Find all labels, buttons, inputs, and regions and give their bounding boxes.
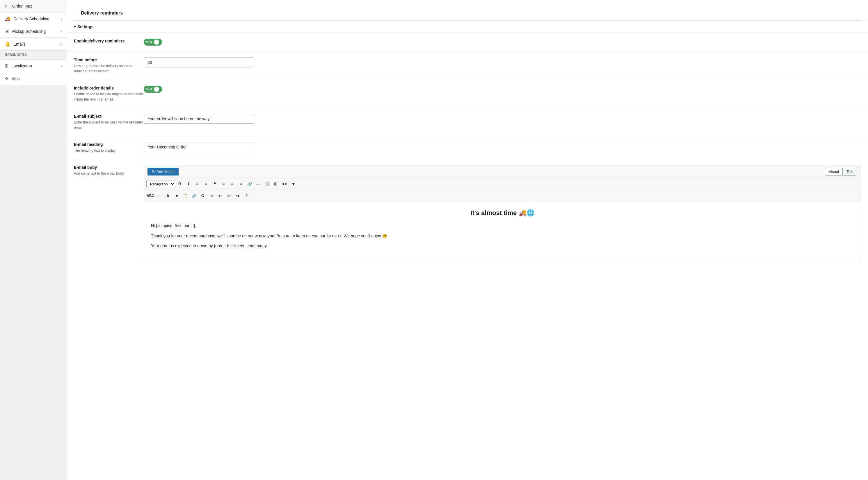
sidebar-item-order-type[interactable]: 🏷 Order Type bbox=[0, 0, 67, 12]
time-before-input[interactable] bbox=[144, 58, 254, 67]
code-button[interactable]: <> bbox=[280, 180, 288, 188]
help-button[interactable]: ? bbox=[242, 192, 250, 200]
hr-button[interactable]: — bbox=[155, 192, 163, 200]
email-subject-desc: Enter the subject to be used for the rem… bbox=[74, 120, 144, 130]
font-color-dropdown-button[interactable]: ▾ bbox=[173, 192, 181, 200]
email-body-control: ⊞ Add Media Visual Text Paragraph Headin… bbox=[144, 165, 861, 260]
toggle-knob bbox=[154, 87, 159, 92]
delivery-icon: 🚚 bbox=[5, 16, 10, 22]
email-body-row: E-mail body Add some text to the email b… bbox=[67, 159, 868, 266]
sidebar-item-misc[interactable]: ✛ Misc bbox=[0, 72, 67, 85]
email-heading-row: E-mail heading The heading text to displ… bbox=[67, 136, 868, 159]
time-before-row: Time before How long before the delivery… bbox=[67, 52, 868, 80]
add-media-button[interactable]: ⊞ Add Media bbox=[148, 168, 179, 175]
chevron-right-icon: › bbox=[61, 17, 62, 21]
tab-text[interactable]: Text bbox=[843, 168, 857, 175]
editor-heading: It's almost time 🚚🌐 bbox=[151, 208, 854, 218]
section-chevron-icon: ▾ bbox=[74, 25, 75, 29]
email-heading-control bbox=[144, 142, 861, 152]
sidebar-item-label: Order Type bbox=[12, 4, 33, 8]
paragraph-select[interactable]: Paragraph Heading 1 Heading 2 bbox=[146, 180, 175, 188]
bold-button[interactable]: B bbox=[176, 180, 184, 188]
unordered-list-button[interactable]: ≡ bbox=[193, 180, 201, 188]
toggle-knob bbox=[154, 39, 159, 45]
chevron-down-icon: ∨ bbox=[59, 42, 62, 46]
email-heading-label-col: E-mail heading The heading text to displ… bbox=[74, 142, 144, 153]
font-color-button[interactable]: A bbox=[164, 192, 172, 200]
email-subject-label-col: E-mail subject Enter the subject to be u… bbox=[74, 114, 144, 130]
italic-button[interactable]: I bbox=[184, 180, 192, 188]
ordered-list-button[interactable]: ≡ bbox=[202, 180, 210, 188]
insert-more-button[interactable]: — bbox=[254, 180, 262, 188]
email-body-desc: Add some text to the email body. bbox=[74, 171, 144, 176]
sidebar: 🏷 Order Type 🚚 Delivery Scheduling › 🖥 P… bbox=[0, 0, 67, 480]
fullscreen-button[interactable]: ⊡ bbox=[263, 180, 271, 188]
include-order-details-control: YES bbox=[144, 86, 861, 93]
sidebar-item-label: Misc bbox=[11, 76, 20, 81]
misc-icon: ✛ bbox=[5, 76, 8, 81]
editor-topbar: ⊞ Add Media Visual Text bbox=[144, 165, 861, 178]
add-media-label: Add Media bbox=[156, 169, 175, 174]
clear-format-button[interactable]: 🔗 bbox=[190, 192, 198, 200]
pickup-icon: 🖥 bbox=[5, 29, 9, 34]
editor-wrapper: ⊞ Add Media Visual Text Paragraph Headin… bbox=[144, 165, 861, 260]
media-icon: ⊞ bbox=[152, 169, 155, 174]
include-order-details-toggle[interactable]: YES bbox=[144, 86, 162, 93]
editor-para-2: Thank you for your recent purchase, we'l… bbox=[151, 233, 854, 239]
include-order-details-label: Include order details bbox=[74, 86, 144, 90]
outdent-button[interactable]: ⇤ bbox=[216, 192, 224, 200]
blockquote-button[interactable]: ❝ bbox=[211, 180, 219, 188]
visual-text-tabs: Visual Text bbox=[825, 168, 857, 175]
undo-button[interactable]: ↩ bbox=[225, 192, 233, 200]
email-heading-desc: The heading text to display bbox=[74, 148, 144, 153]
align-center-button[interactable]: ≡ bbox=[228, 180, 236, 188]
content-area: ▾ Settings Enable delivery reminders YES… bbox=[67, 21, 868, 266]
editor-content[interactable]: It's almost time 🚚🌐 Hi {shipping_first_n… bbox=[144, 202, 861, 260]
localization-icon: ⊞ bbox=[5, 63, 8, 69]
link-button[interactable]: 🔗 bbox=[246, 180, 254, 188]
bell-icon: 🔔 bbox=[5, 41, 10, 47]
reminders-section-label: Reminders bbox=[0, 50, 67, 59]
sidebar-item-delivery-scheduling[interactable]: 🚚 Delivery Scheduling › bbox=[0, 12, 67, 25]
settings-section-label: Settings bbox=[78, 25, 93, 29]
main-content: Delivery reminders ▾ Settings Enable del… bbox=[67, 0, 868, 480]
email-heading-input[interactable] bbox=[144, 142, 254, 152]
settings-section-header[interactable]: ▾ Settings bbox=[67, 21, 868, 33]
expand-button[interactable]: ▾ bbox=[289, 180, 297, 188]
redo-button[interactable]: ↪ bbox=[234, 192, 242, 200]
enable-reminders-label: Enable delivery reminders bbox=[74, 39, 144, 43]
sidebar-item-label: Pickup Scheduling bbox=[12, 29, 46, 34]
sidebar-item-label: Delivery Scheduling bbox=[13, 16, 50, 21]
table-button[interactable]: ⊞ bbox=[272, 180, 280, 188]
sidebar-item-localization[interactable]: ⊞ Localizaton › bbox=[0, 60, 67, 72]
enable-reminders-label-col: Enable delivery reminders bbox=[74, 39, 144, 44]
page-title: Delivery reminders bbox=[74, 6, 861, 21]
page-header: Delivery reminders bbox=[67, 0, 868, 21]
sidebar-item-label: Localizaton bbox=[11, 64, 32, 68]
email-subject-input[interactable] bbox=[144, 114, 254, 124]
strikethrough-button[interactable]: ABC bbox=[146, 192, 154, 200]
special-char-button[interactable]: Ω bbox=[199, 192, 207, 200]
editor-para-3: Your order is expected to arrive by {ord… bbox=[151, 243, 854, 249]
sidebar-item-label: Emails bbox=[13, 42, 26, 46]
include-order-details-desc: Enable option to include original order … bbox=[74, 92, 144, 102]
time-before-label: Time before bbox=[74, 58, 144, 62]
chevron-right-icon: › bbox=[61, 29, 62, 33]
sidebar-item-emails[interactable]: 🔔 Emails ∨ bbox=[0, 38, 67, 50]
email-body-label-col: E-mail body Add some text to the email b… bbox=[74, 165, 144, 176]
toolbar-row-2: ABC — A ▾ 📋 🔗 Ω ⇥ ⇤ ↩ ↪ ? bbox=[144, 190, 861, 202]
email-subject-control bbox=[144, 114, 861, 124]
time-before-control bbox=[144, 58, 861, 67]
email-subject-label: E-mail subject bbox=[74, 114, 144, 118]
email-heading-label: E-mail heading bbox=[74, 142, 144, 147]
paste-text-button[interactable]: 📋 bbox=[181, 192, 189, 200]
enable-reminders-row: Enable delivery reminders YES bbox=[67, 33, 868, 52]
toggle-yes-label: YES bbox=[145, 88, 152, 91]
align-left-button[interactable]: ≡ bbox=[219, 180, 227, 188]
indent-button[interactable]: ⇥ bbox=[208, 192, 216, 200]
order-type-icon: 🏷 bbox=[5, 3, 9, 9]
enable-reminders-toggle[interactable]: YES bbox=[144, 39, 162, 46]
sidebar-item-pickup-scheduling[interactable]: 🖥 Pickup Scheduling › bbox=[0, 25, 67, 38]
align-right-button[interactable]: ≡ bbox=[237, 180, 245, 188]
tab-visual[interactable]: Visual bbox=[825, 168, 843, 175]
